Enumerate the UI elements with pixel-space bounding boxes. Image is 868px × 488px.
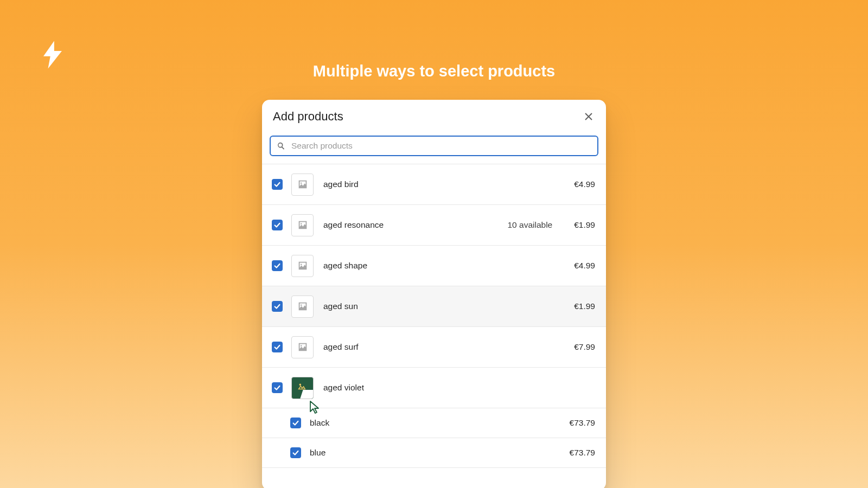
product-checkbox[interactable] (272, 301, 283, 312)
product-thumbnail (291, 296, 314, 318)
checkmark-icon (273, 343, 281, 351)
product-checkbox[interactable] (272, 342, 283, 352)
product-price: €1.99 (574, 301, 595, 311)
search-icon (276, 141, 286, 151)
variant-price: €73.79 (570, 448, 595, 458)
modal-title: Add products (273, 110, 343, 124)
checkmark-icon (273, 384, 281, 391)
checkmark-icon (273, 181, 281, 188)
product-checkbox[interactable] (290, 447, 301, 458)
product-checkbox[interactable] (272, 382, 283, 393)
checkmark-icon (273, 303, 281, 310)
page-headline: Multiple ways to select products (313, 62, 555, 80)
image-placeholder-icon (297, 178, 309, 190)
add-products-modal: Add products aged bird€4.99 aged resonan… (262, 100, 606, 488)
product-checkbox[interactable] (272, 220, 283, 230)
product-price: €7.99 (574, 342, 595, 352)
image-placeholder-icon (297, 219, 309, 231)
image-placeholder-icon (297, 260, 309, 272)
variant-price: €73.79 (570, 418, 595, 428)
product-row[interactable]: aged resonance10 available€1.99 (262, 205, 606, 246)
close-icon (583, 111, 594, 122)
product-thumbnail (291, 174, 314, 196)
product-price: €4.99 (574, 179, 595, 189)
checkmark-icon (273, 262, 281, 269)
image-placeholder-icon (297, 341, 309, 353)
product-price: €4.99 (574, 261, 595, 271)
product-name: aged sun (323, 301, 574, 311)
checkmark-icon (292, 419, 299, 427)
checkmark-icon (292, 449, 299, 457)
product-name: aged violet (323, 383, 595, 393)
product-row[interactable]: aged shape€4.99 (262, 246, 606, 286)
bolt-logo (43, 41, 62, 71)
variant-name: blue (310, 448, 570, 458)
product-thumbnail (291, 336, 314, 358)
product-checkbox[interactable] (272, 260, 283, 271)
search-box[interactable] (270, 136, 598, 156)
variant-name: black (310, 418, 570, 428)
product-price: €1.99 (574, 220, 595, 230)
product-row[interactable]: aged surf€7.99 (262, 327, 606, 368)
product-row[interactable]: aged violet (262, 368, 606, 408)
checkmark-icon (273, 221, 281, 229)
variant-row[interactable]: black€73.79 (262, 408, 606, 438)
close-button[interactable] (582, 110, 595, 123)
search-input[interactable] (291, 141, 592, 151)
product-thumbnail (291, 214, 314, 236)
product-list: aged bird€4.99 aged resonance10 availabl… (262, 164, 606, 488)
product-thumbnail (291, 377, 314, 399)
product-row[interactable]: aged sun€1.99 (262, 286, 606, 327)
svg-point-0 (299, 384, 301, 385)
image-icon (297, 382, 307, 391)
variant-row[interactable]: blue€73.79 (262, 438, 606, 468)
product-name: aged shape (323, 261, 574, 271)
product-name: aged resonance (323, 220, 507, 230)
product-checkbox[interactable] (272, 179, 283, 190)
product-checkbox[interactable] (290, 418, 301, 428)
product-availability: 10 available (507, 220, 552, 230)
product-thumbnail (291, 255, 314, 277)
search-area (262, 133, 606, 164)
image-placeholder-icon (297, 300, 309, 312)
product-name: aged surf (323, 342, 574, 352)
product-row[interactable]: aged bird€4.99 (262, 164, 606, 205)
modal-header: Add products (262, 100, 606, 133)
product-name: aged bird (323, 179, 574, 189)
